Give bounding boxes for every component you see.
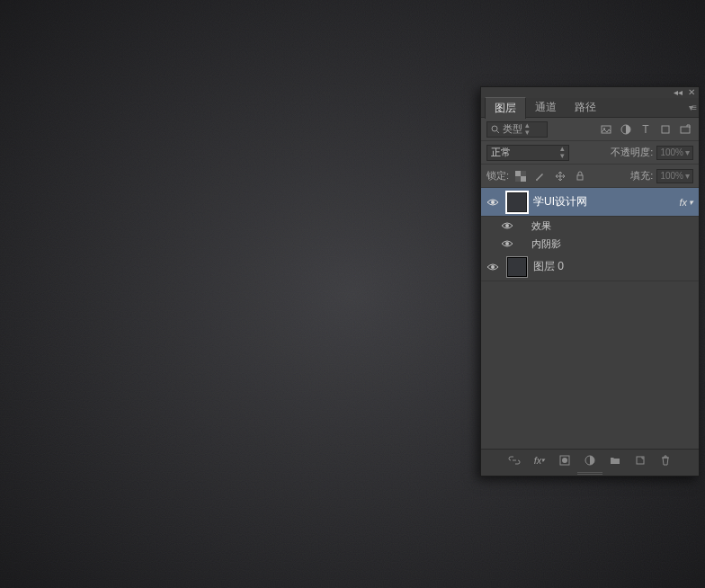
filter-pixel-icon[interactable] — [598, 121, 614, 138]
panel-tabs: 图层 通道 路径 ▾≡ — [481, 98, 699, 118]
layer-mask-icon[interactable] — [558, 453, 572, 468]
effects-label: 效果 — [531, 219, 551, 233]
collapse-icon[interactable]: ◂◂ — [674, 88, 683, 97]
filter-type-icon[interactable]: T — [638, 121, 654, 138]
blend-mode-select[interactable]: 正常 ▴▾ — [486, 145, 569, 161]
filter-shape-icon[interactable] — [657, 121, 674, 138]
filter-kind-select[interactable]: 类型 ▴▾ — [486, 121, 548, 138]
lock-transparency-icon[interactable] — [513, 168, 529, 184]
visibility-toggle[interactable] — [499, 239, 515, 248]
panel-menu-icon[interactable]: ▾≡ — [689, 102, 695, 112]
visibility-toggle[interactable] — [485, 198, 501, 207]
layer-style-icon[interactable]: fx▾ — [532, 453, 547, 468]
filter-adjust-icon[interactable] — [618, 121, 634, 138]
lock-paint-icon[interactable] — [532, 168, 549, 184]
opacity-input[interactable]: 100% ▾ — [656, 146, 693, 160]
svg-point-18 — [562, 458, 567, 463]
layer-fx-indicator[interactable]: fx ▾ — [679, 197, 693, 208]
effect-label: 内阴影 — [531, 237, 561, 251]
svg-point-11 — [536, 179, 538, 181]
blend-row: 正常 ▴▾ 不透明度: 100% ▾ — [481, 141, 699, 165]
layer-effects-header[interactable]: 效果 — [481, 217, 699, 235]
layers-list: 学UI设计网 fx ▾ 效果 内阴影 图层 0 — [481, 188, 699, 449]
svg-point-13 — [491, 200, 495, 204]
svg-point-16 — [491, 265, 495, 269]
close-icon[interactable]: ✕ — [688, 88, 695, 97]
layers-panel: ◂◂ ✕ 图层 通道 路径 ▾≡ 类型 ▴▾ T 正常 ▴▾ 不透明度: 100… — [480, 86, 700, 477]
tab-channels[interactable]: 通道 — [526, 97, 566, 118]
filter-kind-label: 类型 — [503, 122, 522, 136]
layers-footer: fx▾ — [481, 449, 699, 470]
svg-rect-6 — [681, 127, 690, 133]
delete-layer-icon[interactable] — [658, 453, 673, 468]
layer-thumbnail[interactable] — [506, 192, 528, 213]
svg-rect-12 — [577, 175, 583, 180]
layer-row[interactable]: 学UI设计网 fx ▾ — [481, 188, 699, 217]
panel-resize-grip[interactable] — [481, 470, 699, 476]
search-icon — [491, 125, 500, 134]
filter-smartobj-icon[interactable] — [677, 121, 693, 138]
group-icon[interactable] — [608, 453, 622, 468]
lock-label: 锁定: — [486, 169, 509, 183]
svg-rect-8 — [521, 176, 526, 182]
layer-thumbnail[interactable] — [506, 256, 528, 278]
svg-rect-5 — [662, 126, 669, 133]
link-layers-icon[interactable] — [507, 453, 522, 468]
tab-paths[interactable]: 路径 — [566, 97, 605, 118]
svg-rect-9 — [521, 171, 526, 176]
svg-rect-7 — [515, 171, 521, 176]
adjustment-layer-icon[interactable] — [583, 453, 597, 468]
lock-row: 锁定: 填充: 100% ▾ — [481, 165, 699, 188]
svg-line-1 — [497, 130, 500, 133]
chevron-down-icon: ▾ — [689, 198, 693, 207]
opacity-value: 100% — [660, 147, 683, 157]
fill-input[interactable]: 100% ▾ — [656, 169, 693, 183]
svg-point-14 — [505, 224, 509, 227]
fill-value: 100% — [660, 171, 683, 181]
visibility-toggle[interactable] — [499, 221, 515, 230]
svg-rect-10 — [515, 176, 521, 182]
layer-name: 图层 0 — [533, 259, 695, 274]
tab-layers[interactable]: 图层 — [485, 97, 526, 119]
lock-position-icon[interactable] — [552, 168, 568, 184]
new-layer-icon[interactable] — [633, 453, 647, 468]
svg-rect-20 — [637, 457, 644, 464]
svg-point-0 — [492, 126, 497, 131]
opacity-label: 不透明度: — [611, 146, 653, 159]
layer-name: 学UI设计网 — [533, 194, 674, 209]
layer-effect-inner-shadow[interactable]: 内阴影 — [481, 235, 699, 253]
fill-label: 填充: — [630, 169, 653, 183]
blend-mode-value: 正常 — [491, 146, 511, 159]
lock-all-icon[interactable] — [572, 168, 588, 184]
visibility-toggle[interactable] — [485, 263, 501, 272]
svg-point-15 — [505, 242, 509, 245]
layer-row[interactable]: 图层 0 — [481, 253, 699, 281]
layer-filter-row: 类型 ▴▾ T — [481, 118, 699, 141]
